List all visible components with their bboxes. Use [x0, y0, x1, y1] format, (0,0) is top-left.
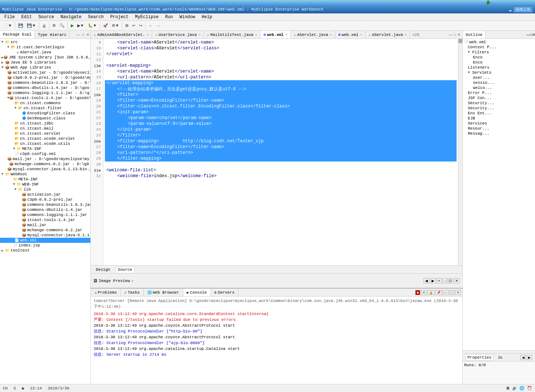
tree-item-servletlogin[interactable]: 📂 it.cast.Servletlogin [0, 45, 90, 50]
left-close[interactable]: ✕ [85, 33, 90, 37]
tree-item-lib-mchange[interactable]: 📦 mchange-commons-0.2.jar [0, 228, 90, 233]
rtree-servlets[interactable]: Servlets [463, 70, 535, 75]
ip-zoom-in[interactable]: + [437, 278, 442, 283]
tab-aservlet[interactable]: ☕ AServlet.java ✕ [291, 31, 335, 38]
filter-expand[interactable] [15, 106, 18, 110]
tb-search[interactable]: 🔍 [58, 22, 66, 29]
tab-maximize[interactable]: □ [453, 33, 457, 37]
menu-source[interactable]: Source [36, 14, 57, 20]
tree-item-itcast-jar[interactable]: 📦 itcast-tools-1.4.jar - D:\goods\my [0, 95, 90, 101]
tree-item-logging[interactable]: 📦 commons-logging-1.1.1.jar - D:\g [0, 90, 90, 95]
rtree-aservlet[interactable]: Aser... [463, 75, 535, 80]
code-scrollbar[interactable] [458, 39, 462, 265]
rtree-filters[interactable]: Filters [463, 50, 535, 55]
admin-tab-close[interactable]: ✕ [147, 33, 149, 37]
tab-type-hierarchy[interactable]: Type Hierarc [35, 31, 70, 38]
left-minimize[interactable]: — [75, 33, 81, 37]
design-tab[interactable]: Design [94, 267, 113, 273]
tb-save[interactable]: 💾 [17, 22, 25, 29]
tree-item-mchange[interactable]: 📦 mchange-commons-0.2.jar - D:\g0 [0, 162, 90, 167]
tree-item-jdbc[interactable]: 📂 cn.itcast.jdbc [0, 121, 90, 126]
rtree-jspcon[interactable]: JSP Con... [463, 95, 535, 101]
tree-item-tooltest[interactable]: 📁 tooltest [0, 248, 90, 253]
webapp-expand[interactable] [1, 66, 5, 69]
web-xml2-tab-close[interactable]: ✕ [360, 33, 362, 37]
right-close[interactable]: ✕ [532, 33, 535, 37]
tree-item-beanutils[interactable]: 📦 commons-beanutils-1.8.3.jar - D:\ [0, 80, 90, 85]
top-right-button[interactable]: 拓维上传 [513, 6, 533, 13]
tb-refactor[interactable]: ⚙ [51, 22, 57, 29]
source-tab[interactable]: Source [115, 266, 135, 273]
console-minimize[interactable]: — [443, 290, 449, 295]
rtree-enco1[interactable]: Enco [463, 55, 535, 60]
right-scrollbar-h[interactable] [463, 350, 535, 353]
tabs-overflow[interactable]: »25 [410, 31, 422, 38]
tree-item-lib-db[interactable]: 📦 commons-dbutils-1.4.jar [0, 207, 90, 212]
tree-item-lib-log[interactable]: 📦 commons-logging-1.1.1.jar [0, 212, 90, 217]
tree-item-lib-act[interactable]: 📦 activation.jar [0, 192, 90, 197]
bottom-tab-console[interactable]: ▶ Console [183, 289, 211, 296]
rtree-security1[interactable]: Security... [463, 101, 535, 106]
tooltest-expand[interactable] [1, 249, 5, 253]
props-back[interactable]: ◀ [520, 355, 526, 360]
ip-prev[interactable]: ◀ [424, 278, 429, 283]
scrollbar-thumb[interactable] [458, 39, 462, 43]
tree-item-c3p0-jar[interactable]: 📦 c3p0-0.9.2-pre1.jar - D:\goods\my [0, 75, 90, 80]
tree-item-c3p0-config[interactable]: 📄 c3p0-config.xml [0, 151, 90, 156]
tree-item-mysql[interactable]: 📦 mysql-connector-java-5.1.13-bin.ja [0, 167, 90, 172]
image-preview-tab[interactable]: 🖼 Image Preview ✕ [94, 279, 134, 283]
tree-item-meta-inf[interactable]: 📁 META-INF [0, 146, 90, 151]
tree-item-dbutils[interactable]: 📦 commons-dbutils-1.4.jar - D:\goo [0, 85, 90, 90]
rtree-message[interactable]: Messag... [463, 131, 535, 136]
tree-item-lib-mail[interactable]: 📦 mail.jar [0, 222, 90, 228]
tb-undo[interactable]: ↩ [131, 22, 137, 29]
bottom-tab-tasks[interactable]: ✓ Tasks [121, 289, 144, 296]
tree-item-webapp[interactable]: 📦 Web App Libraries [0, 65, 90, 70]
rtree-ejb[interactable]: EJB [463, 116, 535, 121]
tree-item-filter[interactable]: 📂 cn.itcast.filter [0, 106, 90, 111]
props-tab[interactable]: Properties [466, 354, 493, 361]
tb-run-dropdown[interactable]: ▶▼ [76, 22, 86, 29]
menu-file[interactable]: File [1, 14, 18, 20]
tree-item-src[interactable]: 📁 src [0, 40, 90, 45]
tab-web-xml-2[interactable]: ⚙ web.xml ✕ [335, 31, 365, 38]
tab-admin-servlet[interactable]: ☕ AdminAddBookServlet. ✕ [91, 31, 152, 38]
rtree-resour[interactable]: Resour... [463, 126, 535, 131]
tab-close-all[interactable]: ✕ [457, 33, 461, 37]
tb-forward[interactable]: → [155, 23, 162, 29]
tree-item-commons[interactable]: 📂 cn.itcast.commons [0, 101, 90, 106]
tree-item-webinf[interactable]: 📁 WEB-INF [0, 182, 90, 187]
web-xml-tab-close[interactable]: ✕ [285, 33, 287, 37]
menu-project[interactable]: Project [107, 14, 131, 20]
tb-back[interactable]: ← [147, 23, 154, 29]
tb-new[interactable]: 📄▼ [1, 22, 13, 29]
aservlet-tab-close[interactable]: ✕ [330, 33, 332, 37]
menu-myeclipse[interactable]: MyEclipse [132, 14, 162, 20]
webinf-expand[interactable] [13, 183, 17, 186]
tab-minimize[interactable]: — [448, 33, 453, 37]
lib-expand[interactable] [15, 188, 18, 191]
rtree-servlets-expand[interactable] [468, 71, 471, 74]
tree-item-mail[interactable]: 📂 cn.itcast.mail [0, 126, 90, 131]
rtree-listeners[interactable]: Listeners [463, 65, 535, 70]
tree-item-mail-jar[interactable]: 📦 mail.jar - D:\goods\myeclipse\my [0, 156, 90, 162]
tree-item-aservlet[interactable]: ☕ AServlet.java [0, 50, 90, 55]
bottom-tab-problems[interactable]: ⚠ Problems [91, 289, 121, 296]
tab-aservlet-2[interactable]: ☕ AServlet.java ✕ [365, 31, 410, 38]
bottom-tab-browser[interactable]: 🌐 Web Browser [144, 289, 183, 296]
tb-debug[interactable]: 🐛▼ [86, 22, 98, 29]
tree-item-javaee[interactable]: 📦 Java EE 5 Libraries [0, 60, 90, 65]
tb-save-all[interactable]: 💾▼ [25, 22, 37, 29]
rtree-services[interactable]: Services [463, 121, 535, 126]
javaee-expand[interactable] [1, 61, 5, 65]
menu-navigate[interactable]: Navigate [58, 14, 85, 20]
left-maximize[interactable]: □ [81, 33, 85, 37]
tree-item-jre[interactable]: 📦 JRE System Library [Sun JDK 1.6.0_13 [0, 55, 90, 60]
metainf-expand[interactable] [13, 147, 17, 151]
tb-deploy[interactable]: 🚀 [102, 22, 110, 29]
webroot-expand[interactable] [1, 172, 5, 176]
tree-item-vcode-utils[interactable]: 📂 cn.itcast.vcode.utils [0, 141, 90, 146]
right-minimize[interactable]: — [526, 33, 530, 37]
tb-perspective[interactable]: ⊞ [124, 22, 130, 29]
tab-mailutils[interactable]: ☕ MailUtilsTest.java ✕ [204, 31, 261, 38]
